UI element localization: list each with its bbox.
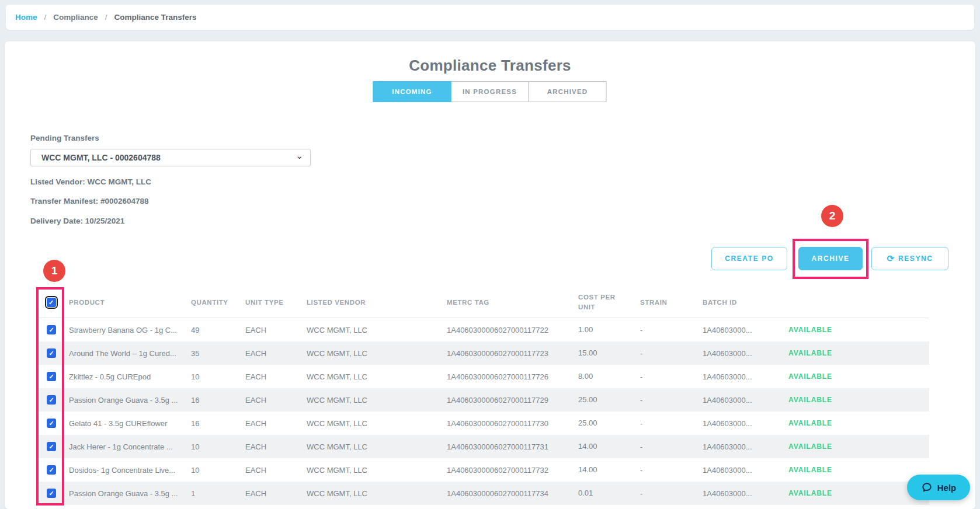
row-checkbox[interactable]: [47, 348, 56, 358]
tab-archived[interactable]: ARCHIVED: [529, 81, 607, 102]
breadcrumb-compliance-link[interactable]: Compliance: [53, 13, 98, 22]
product-cell: Strawberry Banana OG - 1g C...: [65, 326, 191, 334]
row-checkbox-cell: [37, 372, 65, 381]
cost-per-unit-cell: 1.00: [578, 325, 640, 336]
delivery-date-text: Delivery Date: 10/25/2021: [30, 217, 124, 225]
resync-button-label: RESYNC: [898, 254, 933, 263]
table-row: Dosidos- 1g Concentrate Live... 10 EACH …: [37, 458, 929, 482]
archive-button[interactable]: ARCHIVE: [798, 247, 863, 270]
transfer-manifest-text: Transfer Manifest: #0002604788: [30, 197, 149, 205]
cost-per-unit-cell: 15.00: [578, 348, 640, 359]
breadcrumb-separator: /: [105, 13, 107, 22]
listed-vendor-cell: WCC MGMT, LLC: [307, 442, 447, 451]
listed-vendor-cell: WCC MGMT, LLC: [307, 349, 447, 358]
strain-cell: -: [640, 466, 703, 475]
batch-id-cell: 1A40603000...: [703, 442, 787, 451]
unit-type-cell: EACH: [245, 489, 307, 498]
strain-cell: -: [640, 326, 703, 334]
metrc-tag-cell: 1A4060300006027000117726: [447, 372, 578, 381]
status-badge: AVAILABLE: [787, 466, 929, 474]
cost-per-unit-cell: 25.00: [578, 395, 640, 406]
column-cost-per-unit-header: COST PER UNIT: [578, 292, 640, 312]
create-po-button[interactable]: CREATE PO: [711, 247, 787, 270]
unit-type-cell: EACH: [245, 442, 307, 451]
chevron-down-icon: ⌄: [296, 153, 303, 159]
help-chat-icon: [921, 482, 933, 493]
row-checkbox-cell: [37, 325, 65, 334]
table-row: Strawberry Banana OG - 1g C... 49 EACH W…: [37, 318, 929, 341]
table-row: Passion Orange Guava - 3.5g ... 1 EACH W…: [37, 482, 929, 505]
table-header-row: PRODUCT QUANTITY UNIT TYPE LISTED VENDOR…: [37, 287, 929, 318]
listed-vendor-cell: WCC MGMT, LLC: [307, 396, 447, 405]
unit-type-cell: EACH: [245, 466, 307, 475]
column-batch-id-header: BATCH ID: [703, 299, 787, 306]
select-all-cell: [37, 298, 65, 307]
tab-incoming[interactable]: INCOMING: [373, 81, 451, 102]
status-badge: AVAILABLE: [787, 419, 929, 427]
table-row: Jack Herer - 1g Concentrate ... 10 EACH …: [37, 435, 929, 458]
product-cell: Passion Orange Guava - 3.5g ...: [65, 489, 191, 498]
unit-type-cell: EACH: [245, 419, 307, 428]
row-checkbox-cell: [37, 442, 65, 451]
quantity-cell: 10: [191, 442, 245, 451]
page-title: Compliance Transfers: [5, 57, 975, 75]
row-checkbox-cell: [37, 395, 65, 405]
metrc-tag-cell: 1A4060300006027000117723: [447, 349, 578, 358]
strain-cell: -: [640, 372, 703, 381]
quantity-cell: 1: [191, 489, 245, 498]
breadcrumb-current-page: Compliance Transfers: [114, 13, 197, 22]
strain-cell: -: [640, 419, 703, 428]
annotation-badge-1: 1: [43, 260, 65, 282]
resync-button[interactable]: ⟳ RESYNC: [871, 247, 948, 270]
metrc-tag-cell: 1A4060300006027000117732: [447, 466, 578, 475]
column-quantity-header: QUANTITY: [191, 299, 245, 306]
row-checkbox[interactable]: [47, 465, 56, 475]
metrc-tag-cell: 1A4060300006027000117722: [447, 326, 578, 334]
transfer-status-tabs: INCOMING IN PROGRESS ARCHIVED: [374, 81, 607, 102]
column-strain-header: STRAIN: [640, 299, 703, 306]
unit-type-cell: EACH: [245, 326, 307, 334]
column-unit-type-header: UNIT TYPE: [245, 299, 307, 306]
row-checkbox[interactable]: [47, 489, 56, 498]
quantity-cell: 16: [191, 419, 245, 428]
product-cell: Passion Orange Guava - 3.5g ...: [65, 396, 191, 405]
column-listed-vendor-header: LISTED VENDOR: [307, 299, 447, 306]
product-cell: Around The World – 1g Cured...: [65, 349, 191, 358]
strain-cell: -: [640, 489, 703, 498]
strain-cell: -: [640, 396, 703, 405]
quantity-cell: 10: [191, 372, 245, 381]
row-checkbox[interactable]: [47, 419, 56, 428]
metrc-tag-cell: 1A4060300006027000117730: [447, 419, 578, 428]
listed-vendor-text: Listed Vendor: WCC MGMT, LLC: [30, 177, 151, 186]
batch-id-cell: 1A40603000...: [703, 419, 787, 428]
tab-in-progress[interactable]: IN PROGRESS: [451, 81, 529, 102]
select-all-checkbox[interactable]: [47, 298, 56, 307]
listed-vendor-cell: WCC MGMT, LLC: [307, 489, 447, 498]
cost-per-unit-cell: 0.01: [578, 488, 640, 499]
table-row: Around The World – 1g Cured... 35 EACH W…: [37, 341, 929, 365]
table-body: Strawberry Banana OG - 1g C... 49 EACH W…: [37, 318, 929, 505]
cost-per-unit-cell: 14.00: [578, 465, 640, 476]
breadcrumb: Home / Compliance / Compliance Transfers: [6, 5, 974, 30]
pending-transfers-label: Pending Transfers: [30, 134, 99, 142]
row-checkbox[interactable]: [47, 442, 56, 451]
table-row: Passion Orange Guava - 3.5g ... 16 EACH …: [37, 388, 929, 412]
pending-transfers-select[interactable]: WCC MGMT, LLC - 0002604788 ⌄: [30, 149, 311, 166]
row-checkbox[interactable]: [47, 372, 56, 381]
status-badge: AVAILABLE: [787, 372, 929, 381]
product-cell: Zkittlez - 0.5g CUREpod: [65, 372, 191, 381]
product-cell: Gelato 41 - 3.5g CUREflower: [65, 419, 191, 428]
help-button[interactable]: Help: [907, 475, 970, 500]
row-checkbox-cell: [37, 489, 65, 498]
cost-per-unit-cell: 14.00: [578, 441, 640, 452]
quantity-cell: 49: [191, 326, 245, 334]
batch-id-cell: 1A40603000...: [703, 489, 787, 498]
metrc-tag-cell: 1A4060300006027000117734: [447, 489, 578, 498]
table-row: Gelato 41 - 3.5g CUREflower 16 EACH WCC …: [37, 412, 929, 435]
breadcrumb-home-link[interactable]: Home: [15, 13, 37, 22]
row-checkbox[interactable]: [47, 395, 56, 405]
listed-vendor-cell: WCC MGMT, LLC: [307, 419, 447, 428]
row-checkbox[interactable]: [47, 325, 56, 334]
batch-id-cell: 1A40603000...: [703, 372, 787, 381]
row-checkbox-cell: [37, 419, 65, 428]
